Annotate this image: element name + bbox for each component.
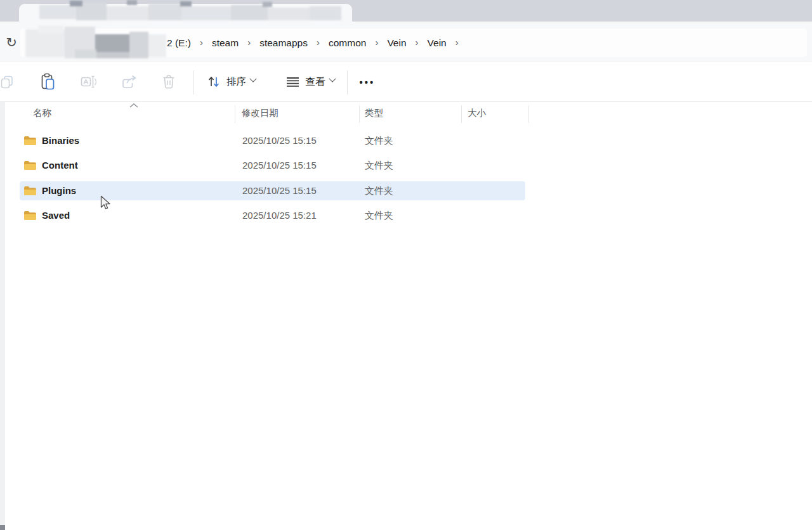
window-edge: [0, 102, 5, 525]
file-name: Saved: [42, 206, 70, 225]
file-name: Content: [42, 156, 78, 175]
breadcrumb-separator: ›: [199, 37, 204, 48]
file-name: Binaries: [42, 131, 79, 150]
breadcrumb-item-steam[interactable]: steam: [204, 37, 247, 49]
breadcrumb-separator: ›: [415, 37, 419, 48]
command-bar: 排序 查看 •••: [0, 61, 812, 102]
sort-label: 排序: [226, 75, 246, 89]
table-row-saved[interactable]: Saved 2025/10/25 15:21 文件夹: [20, 206, 525, 225]
breadcrumb-item-common[interactable]: common: [320, 37, 374, 49]
column-header-name[interactable]: 名称: [33, 107, 51, 119]
sort-icon: [206, 74, 221, 89]
folder-icon: [23, 185, 37, 197]
column-header-size[interactable]: 大小: [468, 107, 486, 119]
more-button[interactable]: •••: [353, 68, 382, 96]
sort-button[interactable]: 排序: [199, 68, 263, 96]
delete-icon: [161, 74, 176, 90]
breadcrumb-separator: ›: [247, 37, 251, 48]
column-divider: [359, 105, 360, 123]
column-divider: [528, 105, 529, 123]
toolbar-divider: [347, 70, 348, 94]
folder-icon: [23, 135, 37, 146]
copy-button[interactable]: [0, 68, 21, 96]
delete-button[interactable]: [155, 68, 183, 96]
folder-icon: [23, 160, 37, 171]
refresh-icon[interactable]: ↻: [3, 34, 20, 51]
view-label: 查看: [306, 75, 325, 89]
sort-ascending-icon: [129, 103, 139, 108]
column-header-row: 名称 修改日期 类型 大小: [0, 103, 571, 125]
explorer-window: ↻ 2 (E:) › steam › steamapps › common › …: [0, 0, 812, 530]
file-name: Plugins: [42, 181, 76, 200]
file-modified: 2025/10/25 15:15: [242, 181, 317, 200]
paste-button[interactable]: [34, 68, 62, 96]
breadcrumb-separator: ›: [316, 37, 320, 48]
file-type: 文件夹: [365, 131, 393, 150]
breadcrumb-separator: ›: [374, 37, 379, 48]
table-row-plugins[interactable]: Plugins 2025/10/25 15:15 文件夹: [20, 181, 525, 200]
table-row-binaries[interactable]: Binaries 2025/10/25 15:15 文件夹: [20, 131, 525, 150]
column-header-type[interactable]: 类型: [365, 107, 383, 119]
view-button[interactable]: 查看: [275, 68, 344, 96]
column-divider: [235, 105, 235, 123]
file-modified: 2025/10/25 15:15: [242, 156, 317, 175]
folder-icon: [23, 210, 37, 221]
table-row-content[interactable]: Content 2025/10/25 15:15 文件夹: [20, 156, 525, 175]
column-header-modified[interactable]: 修改日期: [242, 107, 278, 119]
rename-icon: [80, 74, 96, 89]
rename-button[interactable]: [74, 68, 102, 96]
share-button[interactable]: [115, 68, 143, 96]
paste-icon: [39, 73, 56, 91]
chevron-down-icon: [249, 75, 256, 82]
column-divider: [461, 105, 462, 123]
corner-notch: [0, 525, 5, 530]
share-icon: [121, 74, 138, 89]
file-modified: 2025/10/25 15:21: [242, 206, 317, 225]
view-icon: [285, 74, 301, 89]
file-modified: 2025/10/25 15:15: [242, 131, 317, 150]
file-type: 文件夹: [365, 181, 393, 200]
file-type: 文件夹: [365, 206, 393, 225]
file-type: 文件夹: [365, 156, 393, 175]
breadcrumb-item-vein[interactable]: Vein: [379, 37, 414, 49]
toolbar-divider: [193, 70, 194, 94]
breadcrumb-separator: ›: [455, 37, 459, 48]
more-icon: •••: [360, 77, 376, 87]
breadcrumb: 2 (E:) › steam › steamapps › common › Ve…: [159, 29, 459, 57]
breadcrumb-item-vein-2[interactable]: Vein: [419, 37, 455, 49]
cursor-icon: [100, 195, 110, 210]
copy-icon: [0, 74, 15, 89]
breadcrumb-item-steamapps[interactable]: steamapps: [251, 37, 316, 49]
chevron-down-icon: [329, 75, 336, 82]
